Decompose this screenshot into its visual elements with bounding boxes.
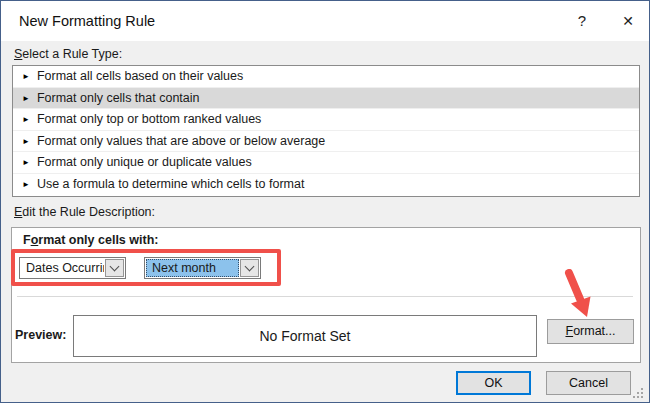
arrow-bullet-icon: ► [22,137,30,146]
format-only-cells-heading: Format only cells with: [23,233,158,247]
condition-period-dropdown[interactable]: Next month [144,257,261,279]
close-icon[interactable]: ✕ [608,1,648,41]
dropdown-button[interactable] [105,259,124,277]
resize-grip[interactable] [633,386,645,398]
preview-label: Preview: [15,328,66,342]
cancel-button[interactable]: Cancel [546,371,631,395]
edit-description-label: Edit the Rule Description: [14,205,155,219]
grip-dots-icon [633,396,635,398]
list-item-label: Format only cells that contain [37,91,200,105]
list-item[interactable]: ►Format only top or bottom ranked values [13,109,639,131]
condition-period-value: Next month [146,259,239,277]
help-icon[interactable]: ? [562,1,602,41]
list-item-label: Format only unique or duplicate values [37,155,252,169]
new-formatting-rule-dialog: New Formatting Rule ? ✕ Select a Rule Ty… [0,0,650,403]
group-separator [17,296,633,297]
title-bar: New Formatting Rule ? ✕ [1,1,649,41]
list-item-label: Use a formula to determine which cells t… [37,177,304,191]
arrow-bullet-icon: ► [22,94,30,103]
rule-type-listbox: ►Format all cells based on their values … [12,65,640,197]
preview-box: No Format Set [73,315,537,357]
dialog-title: New Formatting Rule [19,1,155,41]
arrow-bullet-icon: ► [22,158,30,167]
list-item[interactable]: ►Format only values that are above or be… [13,131,639,153]
list-item-label: Format only top or bottom ranked values [37,112,261,126]
condition-type-value: Dates Occurring [20,259,104,277]
arrow-bullet-icon: ► [22,180,30,189]
list-item-label: Format all cells based on their values [37,69,243,83]
list-item[interactable]: ►Format only unique or duplicate values [13,152,639,174]
list-item[interactable]: ►Format all cells based on their values [13,66,639,88]
chevron-down-icon [110,261,120,271]
dropdown-button[interactable] [240,259,259,277]
list-item[interactable]: ►Use a formula to determine which cells … [13,174,639,196]
list-item-selected[interactable]: ►Format only cells that contain [13,88,639,110]
rule-type-label: Select a Rule Type: [14,47,122,61]
arrow-bullet-icon: ► [22,72,30,81]
chevron-down-icon [245,261,255,271]
format-button[interactable]: Format... [547,319,634,344]
arrow-bullet-icon: ► [22,115,30,124]
list-item-label: Format only values that are above or bel… [37,134,325,148]
ok-button[interactable]: OK [456,371,531,395]
condition-type-dropdown[interactable]: Dates Occurring [19,257,126,279]
